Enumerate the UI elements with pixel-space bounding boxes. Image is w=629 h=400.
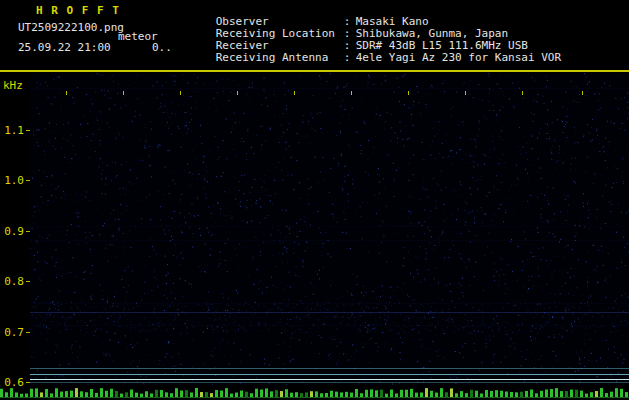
header-separator-line	[0, 70, 629, 72]
y-axis-tick-label: 1.0	[0, 174, 24, 187]
app-title: H R O F F T	[36, 4, 120, 17]
echo-counter: 0..	[152, 41, 172, 54]
spectrogram-canvas	[30, 73, 629, 385]
station-info: Observer:Masaki Kano Receiving Location:…	[176, 4, 561, 52]
y-axis-unit-label: kHz	[3, 79, 23, 92]
filename-label: UT2509222100.png	[18, 21, 124, 34]
info-row-observer: Observer:Masaki Kano	[176, 4, 561, 16]
info-colon: :	[344, 52, 356, 64]
y-axis-tick-label: 0.8	[0, 275, 24, 288]
info-label: Receiving Antenna	[216, 52, 344, 64]
y-axis-tick-label: 0.7	[0, 326, 24, 339]
datetime-label: 25.09.22 21:00	[18, 41, 111, 54]
y-axis-tick-label: 0.9	[0, 225, 24, 238]
hrofft-output-image: H R O F F T UT2509222100.png meteor 25.0…	[0, 0, 629, 400]
info-value: 4ele Yagi Az 230 for Kansai VOR	[356, 51, 561, 64]
signal-level-strip	[0, 386, 629, 400]
y-axis-tick-label: 1.1	[0, 124, 24, 137]
